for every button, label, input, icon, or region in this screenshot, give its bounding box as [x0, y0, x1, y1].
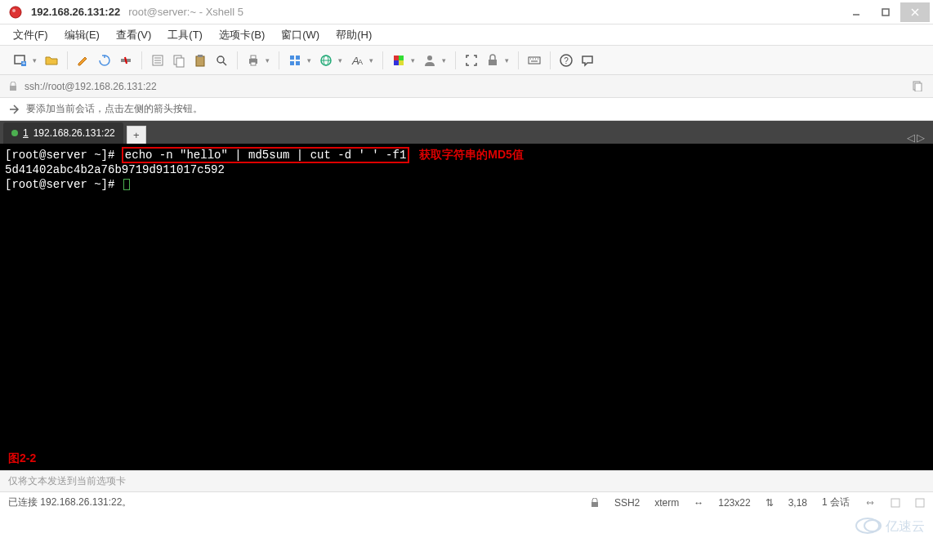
svg-rect-33	[394, 56, 399, 60]
svg-rect-38	[489, 60, 497, 65]
help-icon[interactable]: ?	[557, 51, 575, 69]
address-bar: ssh://root@192.168.26.131:22	[0, 75, 933, 98]
fullscreen-icon[interactable]	[462, 51, 480, 69]
svg-text:A: A	[358, 58, 363, 66]
svg-line-10	[125, 57, 127, 64]
svg-rect-18	[198, 55, 203, 57]
session-tab[interactable]: 1 192.168.26.131:22	[3, 122, 123, 144]
copy-address-icon[interactable]	[912, 80, 925, 93]
lock-icon[interactable]	[484, 51, 502, 69]
status-dot-icon	[11, 130, 18, 136]
lock-small-icon	[8, 82, 18, 91]
terminal[interactable]: [root@server ~]# echo -n "hello" | md5su…	[0, 144, 933, 470]
dropdown-icon[interactable]: ▾	[266, 56, 272, 64]
reconnect-icon[interactable]	[96, 51, 114, 69]
terminal-annotation: 获取字符串的MD5值	[419, 148, 524, 161]
menu-help[interactable]: 帮助(H)	[329, 26, 378, 44]
lock-status-icon	[590, 498, 600, 508]
terminal-prompt: [root@server ~]#	[5, 149, 122, 162]
svg-rect-39	[529, 57, 540, 64]
dropdown-icon[interactable]: ▾	[307, 56, 314, 64]
tab-nav: ◁ ▷	[907, 131, 930, 144]
terminal-line: [root@server ~]# echo -n "hello" | md5su…	[5, 147, 928, 162]
tab-index: 1	[23, 127, 29, 139]
svg-rect-35	[394, 60, 399, 65]
svg-rect-51	[891, 499, 900, 507]
svg-rect-3	[882, 9, 889, 16]
size-icon: ↔	[694, 497, 703, 509]
menu-file[interactable]: 文件(F)	[7, 26, 55, 44]
resize-icon[interactable]	[864, 497, 876, 509]
svg-text:?: ?	[564, 56, 569, 65]
window-controls	[841, 2, 930, 22]
svg-rect-49	[915, 83, 922, 91]
dropdown-icon[interactable]: ▾	[442, 56, 449, 64]
close-button[interactable]	[900, 2, 930, 22]
status-sessions: 1 会话	[822, 496, 850, 509]
app-icon	[8, 5, 23, 20]
svg-text:+: +	[22, 60, 26, 67]
separator	[279, 51, 279, 69]
new-tab-button[interactable]: +	[127, 126, 146, 144]
pos-icon: ⇅	[766, 497, 774, 509]
svg-rect-52	[916, 499, 924, 507]
svg-rect-47	[10, 86, 16, 91]
dropdown-icon[interactable]: ▾	[33, 56, 39, 64]
new-session-icon[interactable]: +	[11, 51, 29, 69]
title-bar: 192.168.26.131:22 root@server:~ - Xshell…	[0, 0, 933, 24]
tab-label: 192.168.26.131:22	[33, 127, 115, 139]
svg-rect-23	[251, 62, 256, 65]
menu-tabs[interactable]: 选项卡(B)	[212, 26, 271, 44]
svg-point-19	[217, 56, 224, 63]
dropdown-icon[interactable]: ▾	[505, 56, 511, 64]
status-term: xterm	[654, 497, 679, 509]
address-url[interactable]: ssh://root@192.168.26.131:22	[25, 81, 905, 92]
separator	[67, 51, 68, 69]
user-icon[interactable]	[421, 51, 439, 69]
open-session-icon[interactable]	[42, 51, 60, 69]
menu-window[interactable]: 窗口(W)	[275, 26, 326, 44]
menu-view[interactable]: 查看(V)	[109, 26, 158, 44]
maximize-button[interactable]	[871, 2, 900, 22]
send-hint: 仅将文本发送到当前选项卡	[0, 470, 933, 491]
figure-label: 图2-2	[8, 451, 36, 465]
terminal-output: 5d41402abc4b2a76b9719d911017c592	[5, 162, 928, 177]
svg-rect-25	[296, 56, 300, 60]
tab-prev-icon[interactable]: ◁	[907, 131, 915, 144]
paste-icon[interactable]	[191, 51, 209, 69]
svg-rect-17	[196, 56, 204, 66]
separator	[455, 51, 456, 69]
terminal-command-highlighted: echo -n "hello" | md5sum | cut -d ' ' -f…	[122, 147, 409, 163]
minimize-button[interactable]	[841, 2, 871, 22]
keyboard-icon[interactable]	[525, 51, 543, 69]
tab-next-icon[interactable]: ▷	[917, 131, 925, 144]
menu-edit[interactable]: 编辑(E)	[58, 26, 106, 44]
terminal-prompt: [root@server ~]#	[5, 178, 122, 191]
copy-icon[interactable]	[170, 51, 188, 69]
hint-bar: 要添加当前会话，点击左侧的箭头按钮。	[0, 98, 933, 121]
disconnect-icon[interactable]	[117, 51, 135, 69]
separator	[237, 51, 238, 69]
dropdown-icon[interactable]: ▾	[369, 56, 376, 64]
properties-icon[interactable]	[149, 51, 167, 69]
dropdown-icon[interactable]: ▾	[411, 56, 417, 64]
svg-rect-50	[591, 502, 598, 507]
dropdown-icon[interactable]: ▾	[338, 56, 345, 64]
window-subtitle: root@server:~ - Xshell 5	[128, 6, 243, 18]
font-icon[interactable]: AA	[348, 51, 366, 69]
find-icon[interactable]	[212, 51, 230, 69]
color-icon[interactable]	[390, 51, 408, 69]
arrow-hint-icon[interactable]	[8, 104, 20, 115]
status-pos: 3,18	[788, 497, 807, 509]
layout-icon[interactable]	[286, 51, 304, 69]
separator	[550, 51, 551, 69]
status-connected: 已连接 192.168.26.131:22。	[8, 496, 575, 509]
tab-bar: 1 192.168.26.131:22 + ◁ ▷	[0, 121, 933, 144]
pencil-icon[interactable]	[74, 51, 92, 69]
menu-tools[interactable]: 工具(T)	[161, 26, 209, 44]
separator	[518, 51, 519, 69]
chat-icon[interactable]	[578, 51, 596, 69]
globe-icon[interactable]	[317, 51, 335, 69]
svg-rect-27	[296, 61, 300, 65]
print-icon[interactable]	[244, 51, 262, 69]
